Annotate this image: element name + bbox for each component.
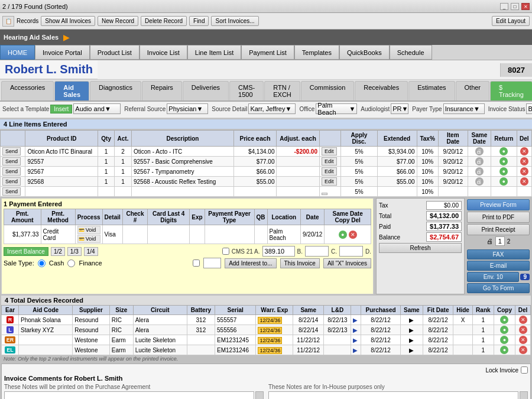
return-icon-2[interactable]: ● [499, 157, 508, 166]
tab-diagnostics[interactable]: Diagnostics [90, 81, 141, 100]
insert-balance-btn[interactable]: Insert Balance [4, 247, 48, 256]
sort-btn[interactable]: Sort Invoices... [211, 16, 258, 26]
cms-value-a[interactable] [262, 246, 295, 257]
nav-home[interactable]: HOME [0, 45, 35, 60]
tab-tracking[interactable]: $ Tracking [490, 81, 532, 100]
preview-form-btn[interactable]: Preview Form [467, 199, 530, 210]
this-invoice-btn[interactable]: This Invoice [280, 258, 320, 268]
print-icon-2[interactable]: 🖨 [475, 157, 484, 166]
refresh-btn[interactable]: Refresh [379, 243, 462, 253]
tab-receivables[interactable]: Receivables [355, 81, 408, 100]
tab-accessories[interactable]: Accessories [1, 81, 54, 100]
tab-deliveries[interactable]: Deliveries [183, 81, 229, 100]
del-icon-1[interactable]: ✕ [520, 147, 528, 155]
quarter-btn[interactable]: 1/4 [84, 247, 98, 256]
nav-payment-list[interactable]: Payment List [241, 45, 294, 60]
insert-btn[interactable]: Insert [50, 105, 72, 113]
send-btn-5[interactable]: Send [2, 187, 21, 196]
edit-btn-2[interactable]: Edit [322, 157, 337, 166]
minimize-icon[interactable]: _ [500, 3, 508, 10]
delete-record-btn[interactable]: Delete Record [141, 16, 187, 26]
tab-repairs[interactable]: Repairs [142, 81, 182, 100]
tab-commission[interactable]: Commission [301, 81, 355, 100]
half-btn[interactable]: 1/2 [51, 247, 65, 256]
internal-scrollbar[interactable] [520, 391, 528, 399]
finance-radio[interactable] [67, 259, 75, 267]
office-select[interactable]: Palm Beach▼ [316, 103, 357, 114]
edit-btn-4[interactable]: Edit [322, 177, 337, 186]
return-icon-4[interactable]: ● [499, 177, 508, 186]
send-btn-1[interactable]: Send [2, 147, 21, 155]
tab-cms1500[interactable]: CMS-1500 [229, 81, 264, 100]
print-icon-1[interactable]: 🖨 [475, 147, 484, 155]
template-select[interactable]: Audio and▼ [73, 103, 121, 114]
payment-del-icon[interactable]: ✕ [349, 231, 357, 239]
audiologist-select[interactable]: PR▼ [391, 103, 408, 114]
go-to-form-btn[interactable]: Go To Form [467, 283, 530, 293]
find-btn[interactable]: Find [189, 16, 209, 26]
third-btn[interactable]: 1/3 [67, 247, 82, 256]
print-to-pdf-btn[interactable]: Print to PDF [467, 212, 530, 223]
send-btn-2[interactable]: Send [2, 157, 21, 166]
nav-invoice-list[interactable]: Invoice List [140, 45, 187, 60]
all-x-btn[interactable]: All "X" Invoices [323, 258, 371, 268]
tab-aid-sales[interactable]: Aid Sales [54, 81, 89, 100]
nav-line-item-list[interactable]: Line Item List [187, 45, 241, 60]
del-icon-d2[interactable]: ✕ [519, 326, 527, 334]
payment-copy-icon[interactable]: ● [339, 231, 347, 239]
del-icon-d4[interactable]: ✕ [519, 346, 527, 354]
printed-notes-input[interactable] [4, 391, 254, 399]
status-select[interactable]: Billed▼ [526, 103, 532, 114]
tab-estimates[interactable]: Estimates [408, 81, 455, 100]
email-btn[interactable]: E-mail [467, 261, 530, 271]
cash-radio[interactable] [38, 259, 46, 267]
del-icon-3[interactable]: ✕ [520, 167, 528, 176]
return-icon-3[interactable]: ● [499, 167, 508, 176]
edit-btn-3[interactable]: Edit [322, 167, 337, 176]
payer-select[interactable]: Insurance▼ [443, 103, 485, 114]
print-icon-4[interactable]: 🖨 [475, 177, 484, 186]
print-icon-3[interactable]: 🖨 [475, 167, 484, 176]
del-icon-4[interactable]: ✕ [520, 177, 528, 186]
copy-icon-d2[interactable]: ● [500, 326, 508, 334]
interest-input[interactable] [203, 258, 221, 268]
copy-icon-d4[interactable]: ● [500, 346, 508, 354]
printed-scrollbar[interactable] [255, 391, 264, 399]
edit-btn-5[interactable] [322, 193, 327, 195]
show-all-btn[interactable]: Show All Invoices [41, 16, 95, 26]
nav-schedule[interactable]: Schedule [390, 45, 432, 60]
cms-value-c[interactable] [339, 246, 363, 257]
arrow-icon-4[interactable]: ▶ [353, 347, 358, 353]
env-btn[interactable]: Env. 10 [467, 272, 519, 282]
new-record-btn[interactable]: New Record [98, 16, 138, 26]
nav-quickbooks[interactable]: QuickBooks [339, 45, 390, 60]
send-btn-3[interactable]: Send [2, 167, 21, 176]
internal-notes-input[interactable] [268, 391, 518, 399]
edit-layout-btn[interactable]: Edit Layout [492, 16, 530, 26]
arrow-icon-1[interactable]: ▶ [353, 317, 358, 323]
nav-invoice-portal[interactable]: Invoice Portal [35, 45, 90, 60]
copy-icon-d1[interactable]: ● [500, 316, 508, 324]
fax-btn[interactable]: FAX [467, 249, 530, 259]
cms-value-b[interactable] [305, 246, 329, 257]
interest-checkbox[interactable] [193, 259, 200, 267]
arrow-icon-3[interactable]: ▶ [353, 337, 358, 343]
lock-checkbox[interactable] [521, 366, 528, 374]
close-icon[interactable]: ✕ [521, 3, 530, 10]
return-icon-1[interactable]: ● [499, 147, 508, 155]
nav-product-list[interactable]: Product List [90, 45, 140, 60]
tab-other[interactable]: Other [456, 81, 490, 100]
add-interest-btn[interactable]: Add Interest to... [225, 258, 276, 268]
copy-icon-d3[interactable]: ● [500, 336, 508, 344]
referral-select[interactable]: Physician▼ [167, 103, 208, 114]
arrow-icon-2[interactable]: ▶ [353, 327, 358, 333]
cms-checkbox[interactable] [222, 248, 229, 255]
source-select[interactable]: Karr, Jeffrey▼ [248, 103, 296, 114]
nav-templates[interactable]: Templates [294, 45, 339, 60]
del-icon-d3[interactable]: ✕ [519, 336, 527, 344]
send-btn-4[interactable]: Send [2, 177, 21, 186]
print-receipt-btn[interactable]: Print Receipt [467, 224, 530, 235]
tab-rtn-exch[interactable]: RTN / EXCH [264, 81, 300, 100]
del-icon-d1[interactable]: ✕ [519, 316, 527, 324]
maximize-icon[interactable]: □ [511, 3, 519, 10]
